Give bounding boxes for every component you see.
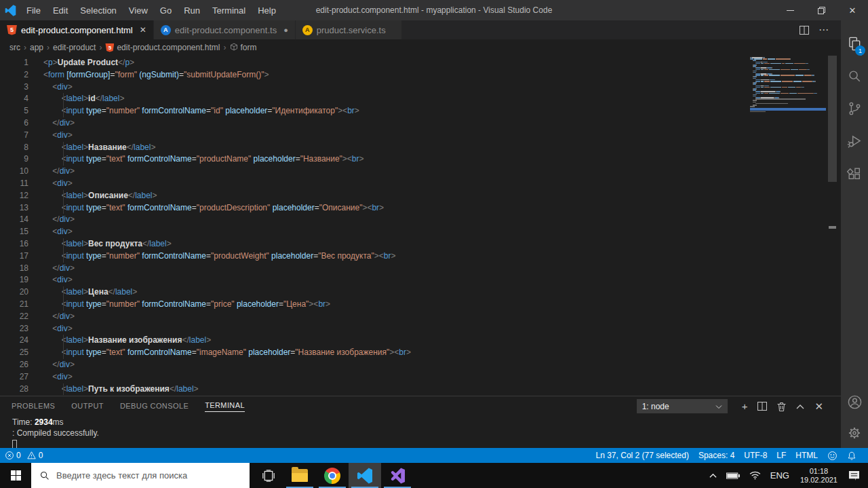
html-file-icon: 5 xyxy=(7,25,17,35)
breadcrumb-item-form[interactable]: form xyxy=(230,43,257,53)
notifications-bell-icon[interactable] xyxy=(842,451,861,461)
more-actions-icon[interactable]: ⋯ xyxy=(818,24,829,36)
minimize-button[interactable] xyxy=(774,0,806,20)
tab-pruduct.service.ts[interactable]: Apruduct.service.ts xyxy=(296,20,402,39)
code-line[interactable]: <input type="number" formControlName="id… xyxy=(43,105,746,117)
code-line[interactable]: <div> xyxy=(43,226,746,238)
close-panel-icon[interactable]: ✕ xyxy=(814,400,823,413)
editor[interactable]: 1234567891011121314151617181920212223242… xyxy=(0,56,841,396)
taskbar-vscode[interactable] xyxy=(349,463,381,488)
panel-tab-terminal[interactable]: TERMINAL xyxy=(205,398,245,412)
status-indentation[interactable]: Spaces: 4 xyxy=(694,451,739,460)
status-language-mode[interactable]: HTML xyxy=(791,451,823,460)
breadcrumb-item-src[interactable]: src xyxy=(9,43,20,52)
feedback-smiley-icon[interactable] xyxy=(823,451,842,461)
clock[interactable]: 01:18 19.02.2021 xyxy=(794,467,844,485)
code-line[interactable]: </div> xyxy=(43,117,746,130)
code-line[interactable]: </div> xyxy=(43,166,746,178)
breadcrumb-item-edit-product.component.html[interactable]: 5edit-product.component.html xyxy=(105,43,220,52)
menu-help[interactable]: Help xyxy=(252,0,282,20)
start-button[interactable] xyxy=(0,463,31,488)
status-eol[interactable]: LF xyxy=(772,451,791,460)
explorer-icon[interactable]: 1 xyxy=(841,27,868,60)
window-controls: ✕ xyxy=(774,0,868,20)
kill-terminal-trash-icon[interactable] xyxy=(777,402,786,411)
code-line[interactable]: <input type="text" formControlName="prod… xyxy=(43,202,746,214)
code-line[interactable]: <input type="text" formControlName="prod… xyxy=(43,153,746,166)
panel-tab-problems[interactable]: PROBLEMS xyxy=(12,399,55,412)
status-right: Ln 37, Col 2 (77 selected)Spaces: 4UTF-8… xyxy=(591,451,868,461)
code-line[interactable]: <input type="number" formControlName="pr… xyxy=(43,299,746,311)
code-line[interactable]: <form [formGroup]="form" (ngSubmit)="sub… xyxy=(43,69,746,81)
menu-view[interactable]: View xyxy=(123,0,154,20)
code-line[interactable]: <div> xyxy=(43,274,746,286)
code-line[interactable]: <label>Описание</label> xyxy=(43,190,746,202)
breadcrumb-item-app[interactable]: app xyxy=(30,43,43,52)
menu-selection[interactable]: Selection xyxy=(74,0,122,20)
code-area[interactable]: <p>Update Product</p><form [formGroup]="… xyxy=(43,57,746,395)
code-line[interactable]: <div> xyxy=(43,178,746,190)
code-line[interactable]: <label>Вес продукта</label> xyxy=(43,238,746,250)
code-line[interactable]: <div> xyxy=(43,371,746,383)
breadcrumb-separator: › xyxy=(224,43,226,52)
code-line[interactable]: <input type="number" formControlName="pr… xyxy=(43,250,746,263)
code-line[interactable]: </div> xyxy=(43,263,746,275)
code-line[interactable]: </div> xyxy=(43,359,746,371)
menu-go[interactable]: Go xyxy=(154,0,178,20)
tab-close-icon[interactable]: ✕ xyxy=(140,25,146,35)
status-bar: 0 0 Ln 37, Col 2 (77 selected)Spaces: 4U… xyxy=(0,448,868,463)
code-line[interactable]: <label>Цена</label> xyxy=(43,286,746,299)
menu-terminal[interactable]: Terminal xyxy=(206,0,252,20)
search-icon[interactable] xyxy=(841,60,868,92)
code-line[interactable]: <div> xyxy=(43,81,746,94)
code-line[interactable]: </div> xyxy=(43,311,746,323)
minimap[interactable] xyxy=(750,57,826,113)
taskbar-chrome[interactable] xyxy=(316,463,349,488)
taskbar-visual-studio[interactable] xyxy=(381,463,414,488)
status-encoding[interactable]: UTF-8 xyxy=(739,451,772,460)
accounts-icon[interactable] xyxy=(841,386,868,418)
wifi-icon[interactable] xyxy=(745,463,766,488)
editor-scrollbar[interactable] xyxy=(828,56,837,396)
code-line[interactable]: <label>id</label> xyxy=(43,93,746,105)
menu-edit[interactable]: Edit xyxy=(47,0,74,20)
code-line[interactable]: </div> xyxy=(43,214,746,226)
run-debug-icon[interactable] xyxy=(841,125,868,157)
warnings-icon xyxy=(26,451,37,460)
code-line[interactable]: <input type="text" formControlName="imag… xyxy=(43,347,746,359)
status-cursor-position[interactable]: Ln 37, Col 2 (77 selected) xyxy=(591,451,694,460)
hidden-icons-chevron[interactable] xyxy=(705,463,722,488)
code-line[interactable]: <div> xyxy=(43,130,746,142)
new-terminal-icon[interactable]: + xyxy=(742,400,748,412)
action-center-icon[interactable] xyxy=(844,463,868,488)
taskbar-search-input[interactable]: Введите здесь текст для поиска xyxy=(31,463,250,488)
restore-button[interactable] xyxy=(806,0,837,20)
panel-tab-output[interactable]: OUTPUT xyxy=(71,399,104,412)
extensions-icon[interactable] xyxy=(841,157,868,190)
terminal-output[interactable]: Time: 2934ms: Compiled successfully. xyxy=(0,414,841,449)
settings-gear-icon[interactable] xyxy=(841,418,868,448)
tab-edit-product.component.ts[interactable]: Aedit-product.component.ts● xyxy=(154,20,296,39)
battery-icon[interactable] xyxy=(722,463,745,488)
panel-tab-debug-console[interactable]: DEBUG CONSOLE xyxy=(120,399,189,412)
code-line[interactable]: <label>Название</label> xyxy=(43,142,746,154)
taskbar-file-explorer[interactable] xyxy=(283,463,316,488)
breadcrumb-item-edit-product[interactable]: edit-product xyxy=(53,43,96,52)
code-line[interactable]: <label>Путь к изображения</label> xyxy=(43,383,746,396)
close-button[interactable]: ✕ xyxy=(837,0,868,20)
code-line[interactable]: <label>Название изображения</label> xyxy=(43,335,746,347)
terminal-select[interactable]: 1: node xyxy=(637,399,728,413)
tab-edit-product.component.html[interactable]: 5edit-product.component.html✕ xyxy=(0,20,154,39)
scrollbar-thumb[interactable] xyxy=(828,56,837,182)
task-view-button[interactable] xyxy=(254,463,283,488)
split-editor-icon[interactable] xyxy=(800,26,809,35)
code-line[interactable]: <div> xyxy=(43,323,746,335)
menu-run[interactable]: Run xyxy=(178,0,206,20)
maximize-panel-icon[interactable] xyxy=(796,404,804,409)
language-indicator[interactable]: ENG xyxy=(766,463,794,488)
menu-file[interactable]: File xyxy=(20,0,47,20)
split-terminal-icon[interactable] xyxy=(757,402,767,411)
code-line[interactable]: <p>Update Product</p> xyxy=(43,57,746,69)
problems-status[interactable]: 0 0 xyxy=(0,451,47,460)
source-control-icon[interactable] xyxy=(841,92,868,125)
